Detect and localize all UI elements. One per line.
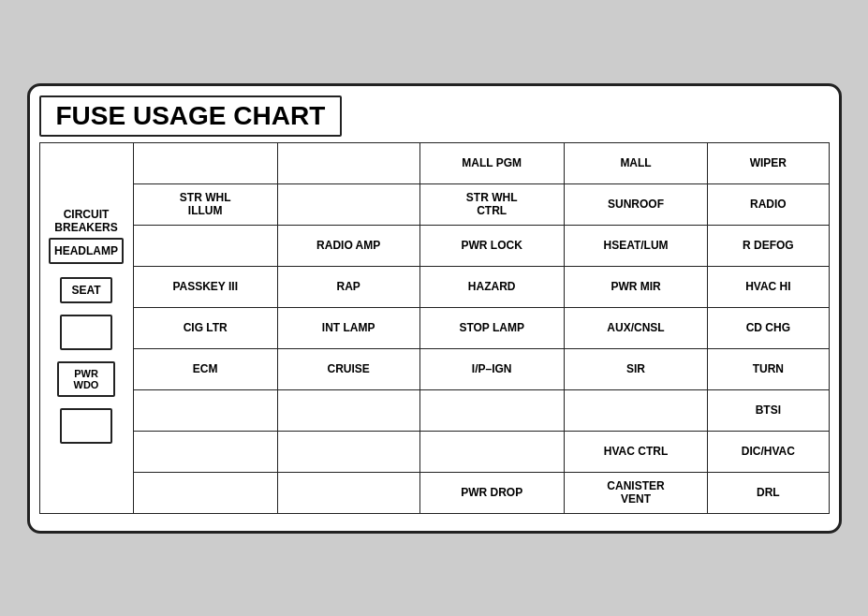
- circuit-breakers-cell: CIRCUITBREAKERS HEADLAMP SEAT PWR WDO: [39, 142, 133, 513]
- cell-1-3: SUNROOF: [564, 183, 707, 225]
- cell-7-3: HVAC CTRL: [564, 431, 707, 472]
- cell-1-0: STR WHLILLUM: [133, 183, 277, 225]
- cell-7-1: [277, 431, 419, 472]
- cell-1-1: [277, 183, 419, 225]
- cell-2-4: R DEFOG: [708, 225, 829, 266]
- cell-0-0: [133, 142, 277, 183]
- cell-0-1: [277, 142, 419, 183]
- cell-8-2: PWR DROP: [419, 472, 564, 513]
- cell-3-1: RAP: [277, 266, 419, 307]
- seat-box: SEAT: [60, 277, 112, 303]
- cell-5-2: I/P–IGN: [419, 348, 564, 389]
- cell-6-2: [419, 389, 564, 431]
- cell-6-4: BTSI: [708, 389, 829, 431]
- empty2-box: [60, 408, 112, 444]
- cell-5-1: CRUISE: [277, 348, 419, 389]
- cell-3-4: HVAC HI: [708, 266, 829, 307]
- cell-4-0: CIG LTR: [133, 307, 277, 348]
- chart-container: FUSE USAGE CHART CIRCUITBREAKERS HEADLAM…: [27, 83, 842, 534]
- cell-7-4: DIC/HVAC: [708, 431, 829, 472]
- cell-2-0: [133, 225, 277, 266]
- cell-0-2: MALL PGM: [419, 142, 564, 183]
- cell-4-4: CD CHG: [708, 307, 829, 348]
- cell-8-0: [133, 472, 277, 513]
- cell-2-2: PWR LOCK: [419, 225, 564, 266]
- circuit-breakers-label: CIRCUITBREAKERS: [43, 208, 130, 234]
- cell-7-2: [419, 431, 564, 472]
- headlamp-box: HEADLAMP: [49, 238, 124, 264]
- cell-6-0: [133, 389, 277, 431]
- cell-8-4: DRL: [708, 472, 829, 513]
- cell-8-3: CANISTERVENT: [564, 472, 707, 513]
- main-table: CIRCUITBREAKERS HEADLAMP SEAT PWR WDO MA…: [39, 142, 830, 514]
- cell-4-2: STOP LAMP: [419, 307, 564, 348]
- cell-3-0: PASSKEY III: [133, 266, 277, 307]
- cell-1-2: STR WHLCTRL: [419, 183, 564, 225]
- cell-0-3: MALL: [564, 142, 707, 183]
- cell-3-3: PWR MIR: [564, 266, 707, 307]
- cell-7-0: [133, 431, 277, 472]
- cell-3-2: HAZARD: [419, 266, 564, 307]
- cell-6-3: [564, 389, 707, 431]
- chart-title: FUSE USAGE CHART: [39, 95, 343, 137]
- cell-5-0: ECM: [133, 348, 277, 389]
- cell-0-4: WIPER: [708, 142, 829, 183]
- cell-4-3: AUX/CNSL: [564, 307, 707, 348]
- cell-4-1: INT LAMP: [277, 307, 419, 348]
- cell-6-1: [277, 389, 419, 431]
- cell-1-4: RADIO: [708, 183, 829, 225]
- cell-8-1: [277, 472, 419, 513]
- empty1-box: [60, 315, 112, 350]
- cell-2-1: RADIO AMP: [277, 225, 419, 266]
- cell-5-3: SIR: [564, 348, 707, 389]
- cell-5-4: TURN: [708, 348, 829, 389]
- cell-2-3: HSEAT/LUM: [564, 225, 707, 266]
- pwrwdo-box: PWR WDO: [57, 361, 115, 397]
